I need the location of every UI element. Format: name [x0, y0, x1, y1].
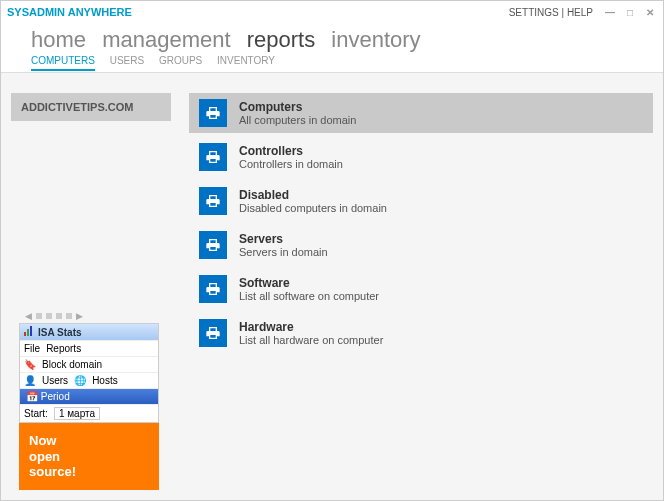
tag-icon: 🔖: [24, 359, 36, 370]
minimize-button[interactable]: —: [603, 5, 617, 19]
subnav-users[interactable]: USERS: [110, 55, 144, 66]
widget-users[interactable]: Users: [42, 375, 68, 386]
isa-stats-widget: ISA Stats File Reports 🔖 Block domain 👤 …: [19, 323, 159, 423]
header-links: SETTINGS | HELP: [509, 7, 593, 18]
widget-start-label: Start:: [24, 408, 48, 419]
report-item-servers[interactable]: ServersServers in domain: [189, 225, 653, 265]
reports-list: Computers All computers in domain Contro…: [189, 93, 653, 490]
globe-icon: 🌐: [74, 375, 86, 386]
close-button[interactable]: ✕: [643, 5, 657, 19]
widget-menu-reports[interactable]: Reports: [46, 343, 81, 354]
report-item-controllers[interactable]: ControllersControllers in domain: [189, 137, 653, 177]
chart-icon: [24, 326, 34, 338]
widget-title: ISA Stats: [38, 327, 82, 338]
widget-start-value[interactable]: 1 марта: [54, 407, 100, 420]
title-bar: SYSADMIN ANYWHERE SETTINGS | HELP — □ ✕: [1, 1, 663, 23]
svg-rect-0: [24, 332, 26, 336]
report-desc: All computers in domain: [239, 114, 356, 126]
subnav-groups[interactable]: GROUPS: [159, 55, 202, 66]
nav-inventory[interactable]: inventory: [331, 27, 420, 52]
top-nav: home management reports inventory COMPUT…: [1, 23, 663, 70]
printer-icon: [199, 231, 227, 259]
svg-rect-1: [27, 329, 29, 336]
report-item-software[interactable]: SoftwareList all software on computer: [189, 269, 653, 309]
report-title: Computers: [239, 100, 356, 114]
svg-rect-2: [30, 326, 32, 336]
subnav-inventory[interactable]: INVENTORY: [217, 55, 275, 66]
report-item-disabled[interactable]: DisabledDisabled computers in domain: [189, 181, 653, 221]
widget-pager[interactable]: ◀ ▶: [25, 311, 171, 321]
widget-menu-file[interactable]: File: [24, 343, 40, 354]
app-title: SYSADMIN ANYWHERE: [7, 6, 132, 18]
settings-link[interactable]: SETTINGS: [509, 7, 559, 18]
printer-icon: [199, 319, 227, 347]
printer-icon: [199, 187, 227, 215]
maximize-button[interactable]: □: [623, 5, 637, 19]
printer-icon: [199, 99, 227, 127]
domain-selector[interactable]: ADDICTIVETIPS.COM: [11, 93, 171, 121]
widget-period: Period: [41, 391, 70, 402]
subnav-computers[interactable]: COMPUTERS: [31, 55, 95, 71]
nav-reports[interactable]: reports: [247, 27, 315, 52]
calendar-icon: 📅: [26, 391, 38, 402]
printer-icon: [199, 275, 227, 303]
report-item-hardware[interactable]: HardwareList all hardware on computer: [189, 313, 653, 353]
promo-banner[interactable]: Now open source!: [19, 423, 159, 490]
widget-block-domain[interactable]: Block domain: [42, 359, 102, 370]
widget-hosts[interactable]: Hosts: [92, 375, 118, 386]
user-icon: 👤: [24, 375, 36, 386]
nav-home[interactable]: home: [31, 27, 86, 52]
nav-management[interactable]: management: [102, 27, 230, 52]
report-item-computers[interactable]: Computers All computers in domain: [189, 93, 653, 133]
printer-icon: [199, 143, 227, 171]
help-link[interactable]: HELP: [567, 7, 593, 18]
